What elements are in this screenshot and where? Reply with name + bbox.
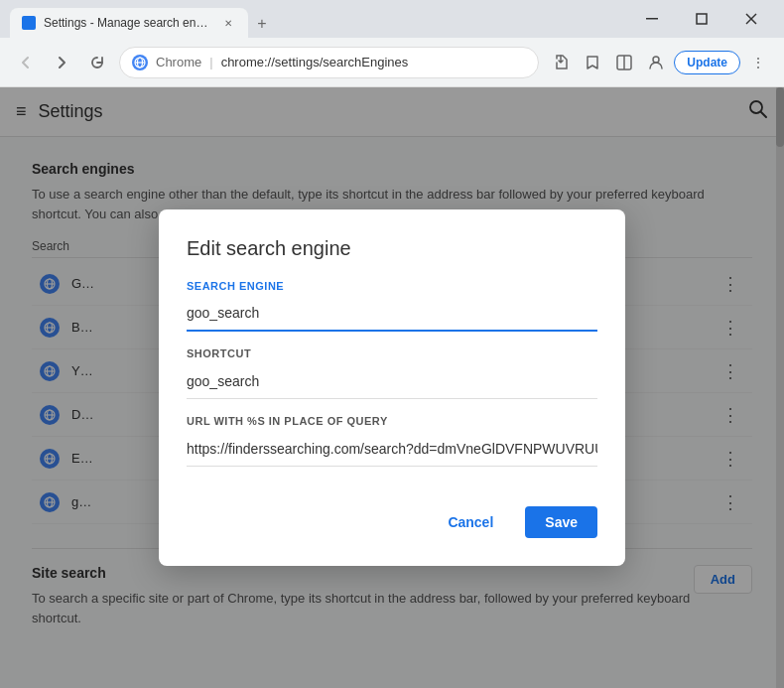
save-button[interactable]: Save [525, 506, 597, 538]
share-icon[interactable] [547, 49, 575, 76]
tab-area: Settings - Manage search engines ✕ + [10, 0, 621, 38]
active-tab[interactable]: Settings - Manage search engines ✕ [10, 8, 248, 38]
cancel-button[interactable]: Cancel [428, 506, 513, 538]
close-button[interactable] [728, 4, 774, 34]
restore-button[interactable] [679, 4, 724, 34]
update-button[interactable]: Update [674, 51, 740, 74]
svg-point-9 [653, 57, 659, 63]
title-bar: Settings - Manage search engines ✕ + [0, 0, 784, 38]
svg-rect-1 [697, 14, 707, 24]
window-controls [629, 4, 774, 34]
svg-rect-0 [646, 18, 658, 20]
bookmark-icon[interactable] [579, 49, 606, 76]
shortcut-field: Shortcut [187, 347, 597, 415]
new-tab-button[interactable]: + [248, 10, 276, 38]
shortcut-input[interactable] [187, 363, 597, 399]
edit-search-engine-modal: Edit search engine Search engine Shortcu… [159, 209, 625, 566]
forward-button[interactable] [48, 49, 75, 76]
search-engine-field: Search engine [187, 280, 597, 347]
url-site-name: Chrome [156, 55, 201, 69]
url-path: chrome://settings/searchEngines [221, 55, 409, 69]
modal-title: Edit search engine [187, 237, 597, 260]
more-options-icon[interactable]: ⋮ [744, 49, 772, 76]
profile-icon[interactable] [642, 49, 670, 76]
search-engine-input[interactable] [187, 296, 597, 332]
modal-actions: Cancel Save [187, 506, 597, 538]
url-field: URL with %s in place of query [187, 415, 597, 482]
address-actions: Update ⋮ [547, 49, 772, 76]
url-label: URL with %s in place of query [187, 415, 597, 427]
search-engine-label: Search engine [187, 280, 597, 292]
url-bar[interactable]: Chrome | chrome://settings/searchEngines [119, 47, 539, 78]
settings-page: ≡ Settings Search engines To use a searc… [0, 87, 784, 688]
tab-title: Settings - Manage search engines [44, 16, 212, 30]
address-bar: Chrome | chrome://settings/searchEngines… [0, 38, 784, 87]
minimize-button[interactable] [629, 4, 675, 34]
tab-close-button[interactable]: ✕ [220, 15, 236, 31]
reload-button[interactable] [83, 49, 111, 76]
modal-overlay: Edit search engine Search engine Shortcu… [0, 87, 784, 688]
site-favicon [132, 55, 148, 70]
tab-favicon [22, 16, 36, 30]
url-input[interactable] [187, 431, 597, 467]
back-button[interactable] [12, 49, 40, 76]
shortcut-label: Shortcut [187, 347, 597, 359]
split-view-icon[interactable] [610, 49, 638, 76]
